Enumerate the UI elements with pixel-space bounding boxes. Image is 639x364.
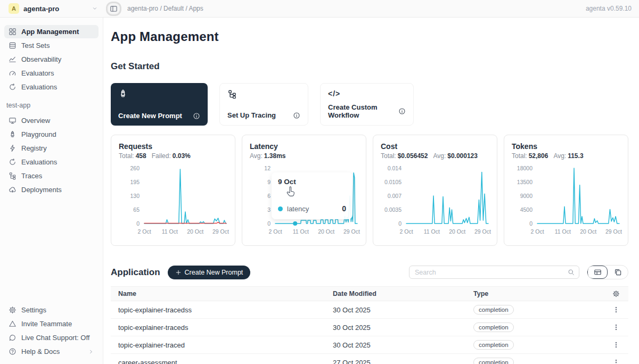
- svg-text:11 Oct: 11 Oct: [293, 228, 309, 235]
- svg-text:3: 3: [267, 206, 271, 213]
- row-actions-kebab-icon[interactable]: [604, 359, 628, 364]
- sidebar-item-live-chat-support-off[interactable]: Live Chat Support: Off: [4, 331, 99, 344]
- table-view-button[interactable]: [587, 266, 608, 279]
- sidebar-item-app-management[interactable]: App Management: [4, 25, 99, 38]
- svg-text:20 Oct: 20 Oct: [449, 228, 465, 235]
- workspace-selector[interactable]: A agenta-pro: [0, 3, 103, 14]
- table-row[interactable]: topic-explainer-traceds30 Oct 2025comple…: [111, 319, 628, 336]
- table-header: Name Date Modified Type: [111, 286, 628, 301]
- chevron-down-icon: [92, 5, 98, 12]
- svg-text:9000: 9000: [520, 193, 533, 199]
- sidebar-item-label: Settings: [21, 306, 46, 314]
- search-box[interactable]: [409, 266, 579, 279]
- latency-chart-card: Latency Avg:1.38ms 0369122 Oct11 Oct20 O…: [242, 135, 366, 246]
- svg-text:260: 260: [130, 165, 140, 171]
- chart-title: Requests: [119, 142, 227, 151]
- sidebar-item-label: Playground: [21, 130, 56, 138]
- create-custom-workflow-card[interactable]: </> Create Custom Workflow: [320, 83, 414, 126]
- sidebar-item-invite-teammate[interactable]: Invite Teammate: [4, 317, 99, 330]
- svg-text:11 Oct: 11 Oct: [162, 228, 178, 235]
- tooltip-date: 9 Oct: [278, 178, 346, 186]
- info-icon[interactable]: [293, 112, 300, 119]
- card-label: Create New Prompt: [118, 112, 193, 120]
- chevron-right-icon: [88, 349, 94, 355]
- cursor-hand-icon: [285, 186, 296, 198]
- table-row[interactable]: topic-explainer-tracedss30 Oct 2025compl…: [111, 301, 628, 319]
- search-input[interactable]: [415, 269, 568, 276]
- sidebar-item-label: Test Sets: [21, 42, 50, 49]
- sidebar-item-overview[interactable]: Overview: [4, 114, 99, 127]
- chat-icon: [9, 334, 17, 342]
- chart-stat: Avg:115.3: [553, 152, 583, 160]
- chart-stats: Total:458Failed:0.03%: [119, 152, 227, 160]
- svg-text:195: 195: [130, 179, 140, 185]
- sidebar-item-help-docs[interactable]: Help & Docs: [4, 345, 99, 358]
- svg-text:18000: 18000: [517, 165, 532, 171]
- app-date-modified: 30 Oct 2025: [325, 324, 466, 332]
- table-row[interactable]: topic-explainer-traced30 Oct 2025complet…: [111, 336, 628, 354]
- svg-text:20 Oct: 20 Oct: [580, 228, 596, 235]
- requests-chart-card: Requests Total:458Failed:0.03% 065130195…: [111, 135, 235, 246]
- create-new-prompt-button[interactable]: Create New Prompt: [168, 266, 251, 279]
- search-icon[interactable]: [568, 269, 575, 276]
- card-label: Create Custom Workflow: [328, 103, 398, 119]
- table-settings-gear-icon[interactable]: [612, 290, 620, 297]
- row-actions-kebab-icon[interactable]: [604, 306, 628, 313]
- svg-text:0: 0: [529, 220, 532, 227]
- column-header-type[interactable]: Type: [466, 290, 604, 297]
- sidebar-item-playground[interactable]: Playground: [4, 128, 99, 141]
- sidebar-item-label: Evaluators: [21, 69, 54, 77]
- app-date-modified: 30 Oct 2025: [325, 341, 466, 349]
- svg-text:0.0105: 0.0105: [384, 179, 402, 185]
- sidebar-item-label: Live Chat Support: Off: [21, 334, 89, 342]
- column-header-date-modified[interactable]: Date Modified: [325, 290, 466, 297]
- sidebar-item-evaluators[interactable]: Evaluators: [4, 67, 99, 80]
- plus-icon: [175, 269, 182, 276]
- sidebar-item-label: Deployments: [21, 186, 62, 194]
- info-icon[interactable]: [193, 112, 200, 120]
- row-actions-kebab-icon[interactable]: [604, 324, 628, 331]
- column-header-name[interactable]: Name: [111, 290, 325, 297]
- cost-chart-card: Cost Total:$0.056452Avg:$0.000123 00.003…: [373, 135, 497, 246]
- chart-title: Tokens: [512, 142, 620, 151]
- requests-chart[interactable]: 0651301952602 Oct11 Oct20 Oct29 Oct: [116, 163, 230, 241]
- svg-text:29 Oct: 29 Oct: [474, 228, 491, 235]
- tracing-icon: [227, 89, 300, 99]
- top-bar: A agenta-pro agenta-pro / Default / Apps…: [0, 0, 639, 18]
- sidebar-item-evaluations[interactable]: Evaluations: [4, 155, 99, 169]
- version-label: agenta v0.59.10: [586, 5, 639, 12]
- app-date-modified: 27 Oct 2025: [325, 359, 466, 364]
- chart-stat: Avg:1.38ms: [250, 152, 286, 160]
- info-icon[interactable]: [398, 107, 406, 115]
- svg-text:13500: 13500: [517, 179, 532, 185]
- app-name: topic-explainer-traceds: [111, 324, 325, 332]
- sidebar-item-settings[interactable]: Settings: [4, 303, 99, 317]
- sidebar: App ManagementTest SetsObservabilityEval…: [0, 18, 103, 364]
- refresh-icon: [9, 158, 17, 166]
- type-badge: completion: [473, 358, 514, 364]
- set-up-tracing-card[interactable]: Set Up Tracing: [219, 83, 308, 126]
- breadcrumb[interactable]: agenta-pro / Default / Apps: [127, 5, 203, 12]
- sidebar-toggle-button[interactable]: [108, 3, 120, 14]
- tokens-chart[interactable]: 04500900013500180002 Oct11 Oct20 Oct29 O…: [509, 163, 622, 241]
- app-type-cell: completion: [466, 322, 604, 332]
- svg-text:4500: 4500: [520, 206, 533, 213]
- gauge-icon: [9, 69, 17, 77]
- chart-tooltip: 9 Oct latency 0: [272, 172, 353, 219]
- table-row[interactable]: career-assessment27 Oct 2025completion: [111, 354, 628, 364]
- cost-chart[interactable]: 00.00350.0070.01050.0142 Oct11 Oct20 Oct…: [378, 163, 491, 241]
- svg-text:29 Oct: 29 Oct: [212, 228, 229, 235]
- sidebar-item-evaluations[interactable]: Evaluations: [4, 80, 99, 94]
- sidebar-item-deployments[interactable]: Deployments: [4, 183, 99, 196]
- type-badge: completion: [473, 340, 514, 350]
- page-title: App Management: [111, 29, 628, 44]
- sidebar-item-test-sets[interactable]: Test Sets: [4, 39, 99, 52]
- sidebar-item-registry[interactable]: Registry: [4, 142, 99, 155]
- row-actions-kebab-icon[interactable]: [604, 341, 628, 349]
- sidebar-item-observability[interactable]: Observability: [4, 53, 99, 66]
- svg-text:9: 9: [267, 179, 271, 185]
- create-new-prompt-card[interactable]: Create New Prompt: [111, 83, 208, 126]
- get-started-heading: Get Started: [111, 61, 628, 72]
- sidebar-item-traces[interactable]: Traces: [4, 169, 99, 183]
- card-view-button[interactable]: [608, 266, 628, 279]
